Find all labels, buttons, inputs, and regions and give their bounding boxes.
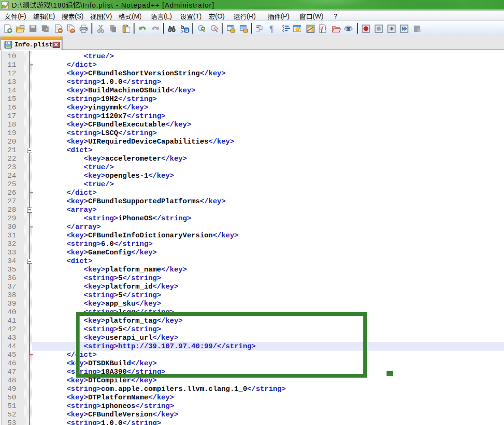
svg-text:a: a	[185, 27, 188, 32]
svg-text:¶: ¶	[269, 24, 274, 33]
